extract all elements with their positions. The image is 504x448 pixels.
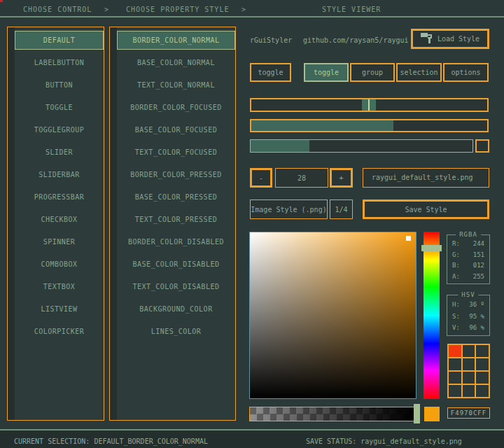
rgba-row-a: A: 255 xyxy=(452,273,484,280)
list-item-slider[interactable]: SLIDER xyxy=(15,143,104,162)
list-item-background-color[interactable]: BACKGROUND_COLOR xyxy=(117,300,235,318)
palette-cell[interactable] xyxy=(476,385,489,397)
header-choose-property-style: CHOOSE PROPERTY STYLE xyxy=(126,6,229,13)
list-item-border-color-focused[interactable]: BORDER_COLOR_FOCUSED xyxy=(117,98,235,117)
progress-checkbox[interactable] xyxy=(475,139,489,153)
spinner-minus-button[interactable]: - xyxy=(250,168,272,188)
hsv-label: H: xyxy=(452,301,460,308)
save-style-label: Save Style xyxy=(405,206,447,214)
rgba-title: RGBA xyxy=(456,231,481,238)
toggle-group-item-selection[interactable]: selection xyxy=(396,63,442,82)
hsv-title: HSV xyxy=(458,291,478,298)
list-item-combobox[interactable]: COMBOBOX xyxy=(15,255,104,274)
list-item-lines-color[interactable]: LINES_COLOR xyxy=(117,322,235,341)
list-item-text-color-normal[interactable]: TEXT_COLOR_NORMAL xyxy=(117,76,235,94)
spinner-value-box[interactable]: 28 xyxy=(275,168,328,188)
toggle-group-item-toggle[interactable]: toggle xyxy=(304,63,349,82)
rgba-label: A: xyxy=(452,273,460,280)
image-style-button[interactable]: Image Style (.png) xyxy=(250,200,328,219)
list-item-sliderbar[interactable]: SLIDERBAR xyxy=(15,165,104,184)
app-name-label: rGuiStyler xyxy=(250,36,292,44)
toggle-group-item-group[interactable]: group xyxy=(350,63,395,82)
rgba-value: 151 xyxy=(473,251,484,258)
hsv-value: 36 º xyxy=(469,301,484,308)
palette-cell[interactable] xyxy=(463,372,475,384)
list-item-listview[interactable]: LISTVIEW xyxy=(15,300,104,318)
list-item-textbox[interactable]: TEXTBOX xyxy=(15,277,104,296)
list-item-base-color-pressed[interactable]: BASE_COLOR_PRESSED xyxy=(117,188,235,206)
header-choose-control: CHOOSE CONTROL xyxy=(23,6,92,13)
list-item-spinner[interactable]: SPINNER xyxy=(15,232,104,251)
save-status: SAVE STATUS: raygui_default_style.png xyxy=(306,438,462,445)
spinner-plus-label: + xyxy=(339,174,343,182)
list-item-text-color-pressed[interactable]: TEXT_COLOR_PRESSED xyxy=(117,210,235,229)
slider-handle-line xyxy=(368,99,370,111)
properties-list-scrollbar[interactable] xyxy=(110,27,117,420)
hsv-label: S: xyxy=(452,313,460,320)
list-item-border-color-disabled[interactable]: BORDER_COLOR_DISABLED xyxy=(117,232,235,251)
color-picker-cursor[interactable] xyxy=(406,236,411,241)
rgba-groupbox: RGBA R: 244 G: 151 B: 012 A: 255 xyxy=(447,234,490,284)
load-style-button[interactable]: Load Style xyxy=(411,29,489,49)
list-item-togglegroup[interactable]: TOGGLEGROUP xyxy=(15,120,104,139)
toggle-group-item-options[interactable]: options xyxy=(443,63,489,82)
toggle-button[interactable]: toggle xyxy=(250,63,291,82)
header-style-viewer: STYLE VIEWER xyxy=(322,6,381,13)
list-item-toggle[interactable]: TOGGLE xyxy=(15,98,104,117)
properties-list: BORDER_COLOR_NORMAL BASE_COLOR_NORMAL TE… xyxy=(117,27,235,420)
save-style-button[interactable]: Save Style xyxy=(363,200,489,219)
spinner-plus-button[interactable]: + xyxy=(330,168,353,188)
github-repo-link[interactable]: github.com/raysan5/raygui xyxy=(303,36,409,44)
hsv-row-v: V: 96 % xyxy=(452,324,484,331)
palette-cell[interactable] xyxy=(449,345,461,357)
rgba-value: 255 xyxy=(473,273,484,280)
rgba-label: B: xyxy=(452,262,460,269)
filename-value: raygui_default_style.png xyxy=(372,174,473,181)
hsv-row-h: H: 36 º xyxy=(452,301,484,308)
spinner-value: 28 xyxy=(298,174,306,182)
slider[interactable] xyxy=(250,98,489,112)
alpha-bar-handle[interactable] xyxy=(414,404,420,424)
palette-cell[interactable] xyxy=(476,345,489,357)
palette-cell[interactable] xyxy=(463,358,475,370)
list-item-checkbox[interactable]: CHECKBOX xyxy=(15,210,104,229)
slider-handle[interactable] xyxy=(362,99,376,111)
render-artifact xyxy=(0,0,3,2)
alpha-bar[interactable] xyxy=(249,407,417,421)
hex-color-textbox[interactable]: F4970CFF xyxy=(447,407,490,419)
palette-cell[interactable] xyxy=(476,372,489,384)
list-item-border-color-normal[interactable]: BORDER_COLOR_NORMAL xyxy=(117,31,235,50)
palette-cell[interactable] xyxy=(463,345,475,357)
list-item-default[interactable]: DEFAULT xyxy=(15,31,104,50)
palette-cell[interactable] xyxy=(476,358,489,370)
list-item-progressbar[interactable]: PROGRESSBAR xyxy=(15,188,104,206)
palette-cell[interactable] xyxy=(449,358,461,370)
slider-bar-fill xyxy=(251,120,393,131)
list-item-labelbutton[interactable]: LABELBUTTON xyxy=(15,53,104,72)
slider-bar[interactable] xyxy=(250,119,489,132)
color-saturation-value-panel[interactable] xyxy=(249,232,416,399)
list-item-base-color-disabled[interactable]: BASE_COLOR_DISABLED xyxy=(117,255,235,274)
filename-textbox[interactable]: raygui_default_style.png xyxy=(363,168,489,188)
progress-bar[interactable] xyxy=(250,139,473,153)
header-separator-2: > xyxy=(241,6,246,13)
image-style-label: Image Style (.png) xyxy=(251,206,326,214)
hsv-row-s: S: 95 % xyxy=(452,313,484,320)
list-item-text-color-disabled[interactable]: TEXT_COLOR_DISABLED xyxy=(117,277,235,296)
palette-cell[interactable] xyxy=(449,385,461,397)
list-item-text-color-focused[interactable]: TEXT_COLOR_FOCUSED xyxy=(117,143,235,162)
rgba-row-r: R: 244 xyxy=(452,240,484,247)
hex-color-value: F4970CFF xyxy=(451,410,486,416)
hue-bar-handle[interactable] xyxy=(421,245,442,251)
page-indicator-label: 1/4 xyxy=(335,206,347,214)
hue-bar[interactable] xyxy=(424,232,440,399)
palette-cell[interactable] xyxy=(449,372,461,384)
controls-list-scrollbar[interactable] xyxy=(8,27,15,420)
palette-cell[interactable] xyxy=(463,385,475,397)
page-indicator-button[interactable]: 1/4 xyxy=(330,200,353,219)
list-item-base-color-focused[interactable]: BASE_COLOR_FOCUSED xyxy=(117,120,235,139)
list-item-border-color-pressed[interactable]: BORDER_COLOR_PRESSED xyxy=(117,165,235,184)
list-item-base-color-normal[interactable]: BASE_COLOR_NORMAL xyxy=(117,53,235,72)
list-item-colorpicker[interactable]: COLORPICKER xyxy=(15,322,104,341)
list-item-button[interactable]: BUTTON xyxy=(15,76,104,94)
